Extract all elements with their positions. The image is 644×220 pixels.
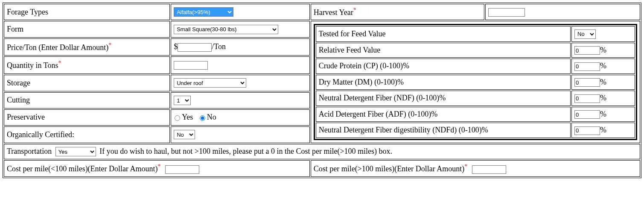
preservative-label: Preservative xyxy=(4,109,170,125)
feed-value-table: Tested for Feed Value No Relative Feed V… xyxy=(314,24,637,140)
forage-types-select[interactable]: Alfalfa(>95%) xyxy=(174,7,233,17)
dm-label: Dry Matter (DM) (0-100)% xyxy=(316,75,571,90)
adf-suffix: % xyxy=(600,110,606,118)
organic-select[interactable]: No xyxy=(174,130,195,139)
rfv-input[interactable] xyxy=(574,46,600,55)
transport-note: If you do wish to haul, but not >100 mil… xyxy=(99,147,392,155)
ndfd-input[interactable] xyxy=(574,126,600,135)
forage-form-table: Forage Types Alfalfa(>95%) Harvest Year*… xyxy=(3,3,641,178)
transport-label: Transportation xyxy=(7,147,52,155)
price-suffix: /Ton xyxy=(212,42,226,51)
price-label: Price/Ton (Enter Dollar Amount) xyxy=(7,43,108,52)
required-asterisk: * xyxy=(353,7,356,13)
adf-label: Acid Detergent Fiber (ADF) (0-100)% xyxy=(316,107,571,122)
dm-input[interactable] xyxy=(574,78,600,87)
organic-label: Organically Certified: xyxy=(4,126,170,143)
ndf-input[interactable] xyxy=(574,94,600,103)
cost-lt-label: Cost per mile(<100 miles)(Enter Dollar A… xyxy=(7,164,158,173)
required-asterisk: * xyxy=(108,42,111,48)
ndf-suffix: % xyxy=(600,94,606,102)
harvest-year-label: Harvest Year xyxy=(314,8,353,17)
tested-label: Tested for Feed Value xyxy=(316,26,571,42)
cost-gt-input[interactable] xyxy=(472,165,506,174)
cutting-select[interactable]: 1 xyxy=(174,96,191,105)
ndfd-suffix: % xyxy=(600,126,606,134)
form-label: Form xyxy=(4,21,170,38)
preservative-yes-option[interactable]: Yes xyxy=(174,113,193,121)
quantity-input[interactable] xyxy=(174,61,208,70)
required-asterisk: * xyxy=(158,163,161,170)
ndf-label: Neutral Detergent Fiber (NDF) (0-100)% xyxy=(316,91,571,106)
preservative-no-option[interactable]: No xyxy=(199,113,216,121)
cp-suffix: % xyxy=(600,62,606,70)
transport-select[interactable]: Yes xyxy=(55,147,96,156)
price-prefix: $ xyxy=(174,42,178,51)
required-asterisk: * xyxy=(464,163,467,170)
dm-suffix: % xyxy=(600,78,606,86)
preservative-no-radio[interactable] xyxy=(200,115,205,121)
rfv-suffix: % xyxy=(600,46,606,54)
cp-input[interactable] xyxy=(574,62,600,71)
adf-input[interactable] xyxy=(574,110,600,119)
preservative-yes-radio[interactable] xyxy=(175,115,180,121)
forage-types-label: Forage Types xyxy=(4,4,170,20)
storage-label: Storage xyxy=(4,75,170,91)
cp-label: Crude Protein (CP) (0-100)% xyxy=(316,59,571,74)
ndfd-label: Neutral Detergent Fiber digestibility (N… xyxy=(316,123,571,138)
rfv-label: Relative Feed Value xyxy=(316,43,571,58)
tested-select[interactable]: No xyxy=(574,29,596,39)
cutting-label: Cutting xyxy=(4,92,170,109)
storage-select[interactable]: Under roof xyxy=(174,78,246,88)
form-select[interactable]: Small Square(30-80 lbs) xyxy=(174,25,278,34)
cost-gt-label: Cost per mile(>100 miles)(Enter Dollar A… xyxy=(314,164,465,173)
cost-lt-input[interactable] xyxy=(165,165,199,174)
quantity-label: Quantity in Tons xyxy=(7,61,58,70)
price-input[interactable] xyxy=(178,43,212,52)
harvest-year-input[interactable] xyxy=(488,8,525,17)
required-asterisk: * xyxy=(58,60,61,66)
